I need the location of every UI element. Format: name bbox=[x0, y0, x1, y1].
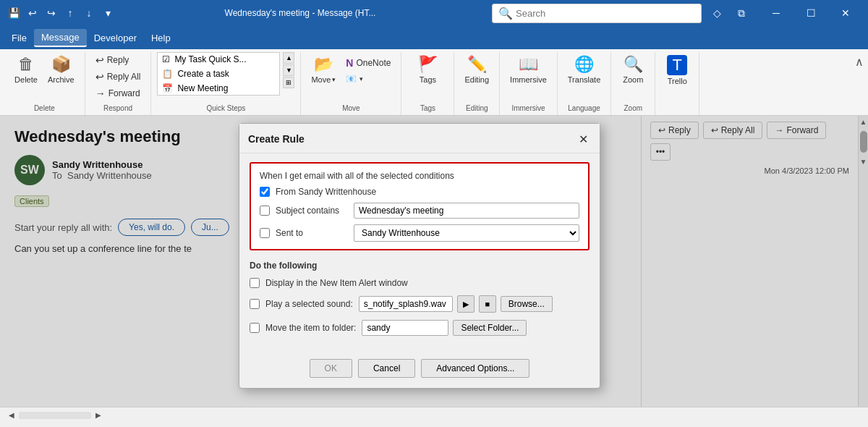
quickstep-newmeeting[interactable]: 📅 New Meeting bbox=[158, 82, 279, 95]
trello-group-label bbox=[661, 109, 693, 112]
reply-button[interactable]: ↩ Reply bbox=[91, 52, 145, 68]
quicksteps-scroll-down[interactable]: ▼ bbox=[283, 64, 294, 76]
menu-help[interactable]: Help bbox=[144, 30, 178, 46]
content-area: Wednesday's meeting SW Sandy Writtenhous… bbox=[0, 116, 868, 407]
tags-buttons: 🚩 Tags bbox=[407, 52, 448, 101]
ribbon-collapse-icon[interactable]: ∧ bbox=[855, 55, 864, 69]
redo-icon[interactable]: ↪ bbox=[43, 5, 59, 21]
tags-button[interactable]: 🚩 Tags bbox=[407, 52, 448, 88]
forward-icon: → bbox=[95, 88, 106, 99]
horizontal-scrollbar[interactable] bbox=[19, 412, 91, 419]
menu-file[interactable]: File bbox=[4, 30, 34, 46]
from-condition-row: From Sandy Writtenhouse bbox=[260, 187, 579, 197]
trello-button[interactable]: T Trello bbox=[661, 52, 693, 89]
onenote-button[interactable]: N OneNote bbox=[341, 55, 395, 71]
respond-buttons: ↩ Reply ↩ Reply All → Forward bbox=[91, 52, 145, 101]
more-email-icon: 📧 bbox=[346, 74, 357, 84]
delete-button[interactable]: 🗑 Delete bbox=[10, 52, 42, 88]
sound-stop-button[interactable]: ■ bbox=[479, 295, 496, 313]
subject-input[interactable] bbox=[354, 203, 579, 219]
immersive-button[interactable]: 📖 Immersive bbox=[506, 52, 551, 88]
diamond-icon[interactable]: ◇ bbox=[709, 5, 725, 21]
search-bar[interactable]: 🔍 bbox=[492, 4, 702, 23]
sound-checkbox[interactable] bbox=[250, 299, 260, 309]
subject-label: Subject contains bbox=[276, 206, 348, 216]
sentto-select[interactable]: Sandy Writtenhouse bbox=[354, 224, 579, 242]
move-dropdown-icon: ▾ bbox=[332, 76, 336, 83]
ribbon-group-tags: 🚩 Tags Tags bbox=[401, 52, 454, 115]
ok-button[interactable]: OK bbox=[310, 359, 352, 378]
browse-button[interactable]: Browse... bbox=[501, 296, 553, 312]
trello-buttons: T Trello bbox=[661, 52, 693, 109]
from-checkbox[interactable] bbox=[260, 187, 270, 197]
sentto-checkbox[interactable] bbox=[260, 228, 270, 238]
language-group-label: Language bbox=[563, 101, 605, 112]
save-icon[interactable]: 💾 bbox=[6, 5, 22, 21]
close-button[interactable]: ✕ bbox=[829, 0, 862, 26]
ribbon: 🗑 Delete 📦 Archive Delete ↩ Reply ↩ Repl… bbox=[0, 49, 868, 116]
quicksteps-group-label: Quick Steps bbox=[157, 101, 294, 112]
quickstep-newmeeting-icon: 📅 bbox=[162, 83, 173, 93]
advanced-options-button[interactable]: Advanced Options... bbox=[421, 359, 529, 378]
up-icon[interactable]: ↑ bbox=[62, 5, 78, 21]
tags-icon: 🚩 bbox=[418, 55, 438, 74]
display-checkbox[interactable] bbox=[250, 278, 260, 288]
quickstep-createtask[interactable]: 📋 Create a task bbox=[158, 67, 279, 80]
ribbon-group-trello: T Trello bbox=[655, 52, 699, 115]
immersive-buttons: 📖 Immersive bbox=[506, 52, 551, 101]
folder-checkbox[interactable] bbox=[250, 323, 260, 333]
menu-developer[interactable]: Developer bbox=[87, 30, 144, 46]
create-rule-dialog: Create Rule ✕ When I get email with all … bbox=[239, 123, 600, 389]
status-scroll: ◀ ▶ bbox=[6, 410, 104, 420]
quickstep-mytask[interactable]: ☑ My Task Quick S... bbox=[158, 53, 279, 66]
archive-icon: 📦 bbox=[51, 55, 71, 74]
sound-play-button[interactable]: ▶ bbox=[457, 295, 475, 313]
subject-checkbox[interactable] bbox=[260, 206, 270, 216]
reply-icon: ↩ bbox=[95, 54, 104, 66]
editing-button[interactable]: ✏️ Editing bbox=[460, 52, 493, 88]
cancel-button[interactable]: Cancel bbox=[358, 359, 415, 378]
ribbon-group-quicksteps: ☑ My Task Quick S... 📋 Create a task 📅 N… bbox=[151, 52, 301, 115]
zoom-icon: 🔍 bbox=[624, 55, 643, 74]
forward-button[interactable]: → Forward bbox=[91, 85, 145, 101]
ribbon-group-move: 📂 Move ▾ N OneNote 📧 ▾ Move bbox=[301, 52, 401, 115]
dropdown-icon[interactable]: ▾ bbox=[100, 5, 116, 21]
modal-overlay: Create Rule ✕ When I get email with all … bbox=[0, 116, 868, 407]
dialog-body: When I get email with all of the selecte… bbox=[239, 153, 600, 352]
sound-input[interactable] bbox=[359, 296, 453, 312]
translate-button[interactable]: 🌐 Translate bbox=[563, 52, 605, 88]
quickstep-mytask-icon: ☑ bbox=[162, 54, 170, 64]
minimize-button[interactable]: ─ bbox=[760, 0, 793, 26]
editing-group-label: Editing bbox=[460, 101, 493, 112]
down-icon[interactable]: ↓ bbox=[81, 5, 97, 21]
restore-button[interactable]: ⧉ bbox=[725, 0, 758, 26]
editing-buttons: ✏️ Editing bbox=[460, 52, 493, 101]
ribbon-group-editing: ✏️ Editing Editing bbox=[454, 52, 500, 115]
scroll-right-arrow[interactable]: ▶ bbox=[93, 410, 104, 420]
display-label: Display in the New Item Alert window bbox=[265, 278, 408, 288]
archive-button[interactable]: 📦 Archive bbox=[43, 52, 79, 88]
quicksteps-scroll-up[interactable]: ▲ bbox=[283, 52, 294, 64]
dialog-close-button[interactable]: ✕ bbox=[575, 131, 591, 147]
folder-label: Move the item to folder: bbox=[265, 323, 356, 333]
more-email-btn[interactable]: 📧 ▾ bbox=[341, 72, 395, 86]
maximize-button[interactable]: ☐ bbox=[794, 0, 827, 26]
select-folder-button[interactable]: Select Folder... bbox=[453, 320, 527, 336]
undo-icon[interactable]: ↩ bbox=[25, 5, 41, 21]
zoom-button[interactable]: 🔍 Zoom bbox=[617, 52, 649, 88]
move-button[interactable]: 📂 Move ▾ bbox=[307, 52, 340, 87]
sound-row: ▶ ■ Browse... bbox=[359, 295, 553, 313]
trello-icon: T bbox=[667, 55, 687, 75]
folder-input[interactable] bbox=[362, 320, 448, 336]
quicksteps-expand[interactable]: ⊞ bbox=[283, 77, 294, 88]
sentto-label: Sent to bbox=[276, 228, 348, 238]
quicksteps-buttons: ☑ My Task Quick S... 📋 Create a task 📅 N… bbox=[157, 52, 294, 101]
ribbon-group-immersive: 📖 Immersive Immersive bbox=[500, 52, 558, 115]
tags-group-label: Tags bbox=[407, 101, 448, 112]
reply-all-button[interactable]: ↩ Reply All bbox=[91, 69, 145, 85]
search-input[interactable] bbox=[516, 8, 695, 19]
conditions-title: When I get email with all of the selecte… bbox=[260, 171, 579, 181]
scroll-left-arrow[interactable]: ◀ bbox=[6, 410, 17, 420]
menu-message[interactable]: Message bbox=[34, 29, 87, 47]
delete-buttons: 🗑 Delete 📦 Archive bbox=[10, 52, 79, 101]
